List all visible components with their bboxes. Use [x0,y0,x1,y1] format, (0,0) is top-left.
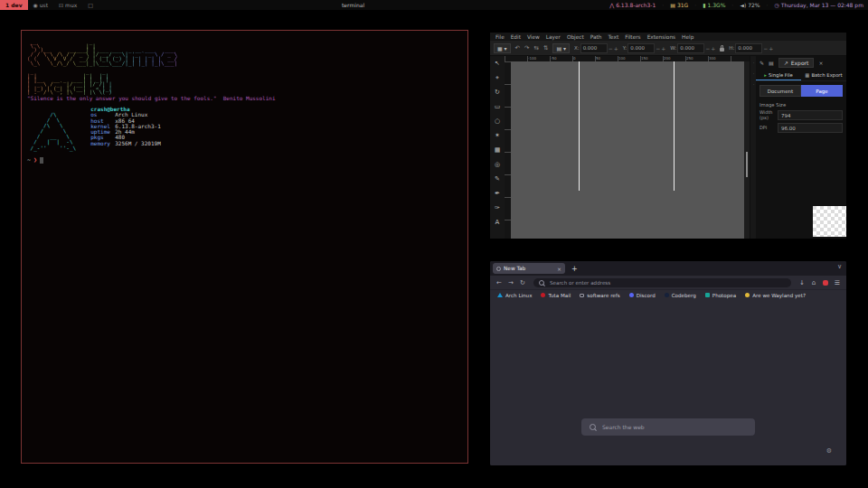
batch-export-tab[interactable]: ▦ Batch Export [801,70,846,80]
codeberg-favicon [665,293,669,297]
search-icon [539,280,544,286]
menu-text[interactable]: Text [609,34,619,40]
menu-file[interactable]: File [495,34,505,40]
text-tool-icon[interactable]: A [495,220,500,226]
web-search-box[interactable] [581,418,755,436]
menu-path[interactable]: Path [590,34,602,40]
y-input[interactable]: 0.000 [627,43,655,53]
back-icon[interactable]: ← [495,279,504,286]
inkscape-menubar: File Edit View Layer Object Path Text Fi… [490,33,846,41]
w-decrement[interactable]: − [705,45,710,52]
w-input[interactable]: 0.000 [677,43,704,53]
vertical-ruler [505,61,511,239]
y-decrement[interactable]: − [656,45,660,52]
export-width-input[interactable] [778,110,843,120]
close-panel-icon[interactable]: × [818,60,823,66]
pencil-tool-icon[interactable]: ✎ [495,176,500,183]
bookmark-codeberg[interactable]: Codeberg [665,293,696,298]
bookmark-photopea[interactable]: Photopea [705,293,736,298]
bookmark-tuta-mail[interactable]: Tuta Mail [541,293,571,298]
home-icon[interactable]: ⌂ [809,279,818,286]
y-increment[interactable]: + [661,45,665,52]
list-all-tabs-icon[interactable]: ∨ [837,263,842,270]
document-button[interactable]: Document [760,85,801,97]
flip-horizontal-icon[interactable]: ⇆ [534,44,539,52]
page-button[interactable]: Page [801,85,843,97]
terminal-window[interactable]: __ _ \ \ | | ) )__ _____| | ___ ___ _ __… [21,30,468,464]
rectangle-tool-icon[interactable]: ▭ [495,104,501,110]
x-increment[interactable]: + [614,45,618,52]
export-preview-thumbnail [813,206,846,237]
calligraphy-tool-icon[interactable]: ✑ [495,205,500,211]
snap-toggle-icon[interactable]: · [753,60,755,65]
pen-tool-icon[interactable]: ✒ [495,191,500,197]
disk-icon: ▤ [670,2,675,8]
menu-layer[interactable]: Layer [546,34,561,40]
workspace-mux[interactable]: ⊡ mux [53,0,82,10]
bookmark-folder-software-refs[interactable]: software refs [580,293,619,298]
hamburger-menu-icon[interactable]: ☰ [833,279,842,286]
pencil-panel-icon[interactable]: ✎ [760,60,764,66]
new-tab-button[interactable]: + [571,265,578,273]
flip-vertical-icon[interactable]: ⇅ [543,44,548,52]
export-dpi-input[interactable] [778,123,843,133]
w-increment[interactable]: + [711,45,715,52]
snap-option-icon[interactable]: · [753,70,755,76]
workspace-empty[interactable]: □ [82,0,99,10]
menu-object[interactable]: Object [567,34,584,40]
menu-edit[interactable]: Edit [511,34,521,40]
menu-extensions[interactable]: Extensions [647,34,675,40]
shell-prompt[interactable]: ~ ❯ [27,156,43,164]
layers-panel-icon[interactable]: ▤ [769,60,774,66]
clock-module: ◷ Thursday, Mar 13 — 02:48 pm [775,2,864,8]
rotate-ccw-icon[interactable]: ↶ [515,44,520,52]
align-dropdown[interactable]: ▤ ▾ [552,43,570,53]
box3d-tool-icon[interactable]: ▦ [495,147,501,154]
selector-tool-icon[interactable]: ↖ [495,61,500,67]
star-tool-icon[interactable]: ✶ [495,133,500,139]
h-input[interactable]: 0.000 [735,43,762,53]
ellipse-tool-icon[interactable]: ○ [495,118,500,125]
discord-favicon [629,293,634,297]
personalize-gear-icon[interactable]: ⚙ [826,447,832,455]
url-input[interactable] [548,279,786,286]
inkscape-canvas[interactable] [511,61,744,239]
new-tab-page: ⚙ [490,300,846,465]
menu-help[interactable]: Help [682,34,693,40]
status-modules: ⋀ 6.13.8-arch3-1 · ▤ 31G · ▮ 1.3G% · ◄) … [609,2,868,8]
search-icon [590,424,596,430]
h-increment[interactable]: + [769,45,773,52]
bookmark-are-we-wayland-yet[interactable]: Are we Wayland yet? [745,293,806,298]
workspace-dev[interactable]: 1 dev [0,0,28,10]
panel-tab-strip: ✎ ▤ ↗ Export × [756,56,846,70]
bookmark-arch-linux[interactable]: Arch Linux [497,293,532,298]
forward-icon[interactable]: → [506,279,515,286]
bookmark-discord[interactable]: Discord [629,293,656,298]
inkscape-window[interactable]: File Edit View Layer Object Path Text Fi… [490,33,846,239]
tab-close-icon[interactable]: × [557,266,561,272]
menu-filters[interactable]: Filters [625,34,640,40]
reload-icon[interactable]: ↻ [518,279,527,286]
browser-window[interactable]: New Tab × + ∨ ← → ↻ ↓ ⌂ ☰ Arch Linux [490,261,846,465]
export-tab[interactable]: ↗ Export [778,58,815,68]
separator: · [694,2,696,8]
web-search-input[interactable] [600,423,747,431]
x-input[interactable]: 0.000 [580,43,608,53]
spiral-tool-icon[interactable]: ◎ [495,162,500,168]
zoom-tool-icon[interactable]: ↻ [495,89,500,96]
menu-view[interactable]: View [527,34,540,40]
lock-ratio-icon[interactable] [720,48,724,52]
adblock-extension-icon[interactable] [823,280,828,286]
workspace-ust[interactable]: ◉ ust [28,0,54,10]
selection-mode-dropdown[interactable]: ▦ ▾ [494,43,511,53]
x-decrement[interactable]: − [609,45,613,52]
scrollbar-handle[interactable] [746,152,748,177]
h-decrement[interactable]: − [763,45,768,52]
active-tab[interactable]: New Tab × [493,263,565,274]
node-tool-icon[interactable]: ⌖ [495,75,499,81]
single-file-tab[interactable]: ▸ Single File [756,70,801,80]
rotate-cw-icon[interactable]: ↷ [524,44,529,52]
snap-option-icon[interactable]: · [753,81,755,87]
url-bar[interactable] [533,278,791,287]
downloads-icon[interactable]: ↓ [797,279,807,286]
